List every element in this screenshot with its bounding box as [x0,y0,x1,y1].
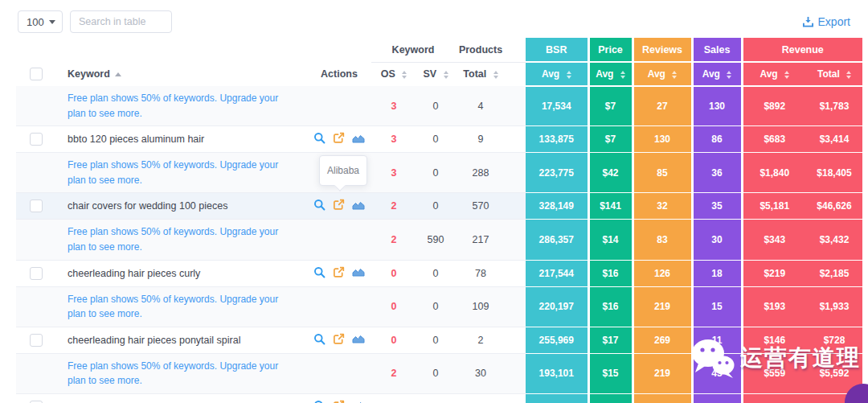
keyword-row: bbto 120 pieces aluminum hair 3 0 9 133,… [16,126,862,153]
upgrade-plan-link[interactable]: Free plan shows 50% of keywords. Upgrade… [68,86,307,125]
tooltip-alibaba: Alibaba [319,155,367,186]
sort-icon [493,71,498,79]
search-icon[interactable] [313,199,326,213]
sort-icon [727,71,731,79]
row-actions [307,126,371,153]
keyword-row: chair covers for wedding 100 pieces 2 0 … [16,193,862,220]
column-header-row: Keyword Actions OS SV Total Avg [16,62,862,86]
row-actions [307,193,371,220]
row-checkbox[interactable] [30,334,43,347]
row-actions [307,260,371,286]
sort-icon [444,71,448,79]
col-header-bsr-avg[interactable]: Avg [526,62,588,86]
col-header-price-avg[interactable]: Avg [588,62,633,86]
upgrade-plan-link[interactable]: Free plan shows 50% of keywords. Upgrade… [68,220,307,259]
group-sales: Sales [692,38,742,62]
upsell-row: Free plan shows 50% of keywords. Upgrade… [16,286,862,327]
search-icon[interactable] [313,400,326,403]
page-size-select[interactable]: 100 [18,10,63,33]
col-header-actions: Actions [307,62,371,86]
sort-icon [784,71,789,79]
col-header-revenue-avg[interactable]: Avg [742,62,806,86]
keyword-research-table-page: 100 Export Keyword Products BSR [0,0,868,403]
external-link-icon[interactable] [333,132,345,146]
row-checkbox[interactable] [30,199,43,212]
select-all-cell [16,62,56,86]
upgrade-plan-link[interactable]: Free plan shows 50% of keywords. Upgrade… [68,287,307,327]
external-link-icon[interactable] [333,400,345,403]
toolbar: 100 Export [18,10,850,33]
col-header-os[interactable]: OS [371,62,416,86]
tooltip-text: Alibaba [327,165,359,176]
keyword-row: cheerleading hair pieces ponytail spiral… [16,327,862,353]
search-input[interactable] [70,10,172,33]
group-header-row: Keyword Products BSR Price Reviews Sales… [16,38,862,62]
sort-icon [672,71,677,79]
select-all-checkbox[interactable] [30,68,43,80]
area-chart-icon[interactable] [352,133,365,146]
download-icon [802,16,814,27]
sort-icon [402,71,407,79]
keyword-text: chair covers for wedding 100 pieces [68,200,227,212]
external-link-icon[interactable] [333,333,345,347]
export-button[interactable]: Export [802,15,850,28]
col-header-reviews-avg[interactable]: Avg [633,62,692,86]
external-link-icon[interactable] [333,266,345,281]
page-size-value: 100 [27,16,44,28]
col-header-keyword[interactable]: Keyword [56,62,307,86]
upgrade-plan-link[interactable]: Free plan shows 50% of keywords. Upgrade… [68,354,307,393]
chevron-down-icon [49,20,55,24]
group-revenue: Revenue [742,38,862,62]
sort-asc-icon [115,72,121,76]
col-header-sales-avg[interactable]: Avg [692,62,742,86]
keyword-text: bbto 120 pieces aluminum hair [68,134,204,145]
row-actions [307,327,371,353]
row-checkbox[interactable] [30,267,43,280]
search-icon[interactable] [313,333,326,347]
group-price: Price [588,38,633,62]
col-header-total[interactable]: Total [455,62,526,86]
upsell-row: Free plan shows 50% of keywords. Upgrade… [16,353,862,393]
keyword-text: cheerleading hair pieces ponytail spiral [68,335,240,346]
upsell-row: Free plan shows 50% of keywords. Upgrade… [16,86,862,126]
group-reviews: Reviews [633,38,692,62]
group-keyword: Keyword [371,38,455,62]
group-bsr: BSR [526,38,588,62]
keywords-table: Keyword Products BSR Price Reviews Sales… [16,38,862,403]
sort-icon [567,71,571,79]
search-icon[interactable] [313,132,326,146]
area-chart-icon[interactable] [352,400,365,403]
col-header-sv[interactable]: SV [416,62,455,86]
upgrade-plan-link[interactable]: Free plan shows 50% of keywords. Upgrade… [68,153,307,192]
export-label: Export [818,15,850,28]
sort-icon [846,71,851,79]
group-products: Products [455,38,526,62]
col-header-revenue-total[interactable]: Total [806,62,862,86]
area-chart-icon[interactable] [352,266,365,280]
area-chart-icon[interactable] [352,199,365,213]
search-icon[interactable] [313,266,326,281]
external-link-icon[interactable] [333,199,345,213]
keyword-row: chignon hair pieces for women 2 10 780 6… [16,393,862,403]
keyword-row: cheerleading hair pieces curly 0 0 78 21… [16,260,862,286]
upsell-row: Free plan shows 50% of keywords. Upgrade… [16,153,862,193]
row-checkbox[interactable] [30,133,43,146]
row-actions [307,393,371,403]
sort-icon [620,71,625,79]
upsell-row: Free plan shows 50% of keywords. Upgrade… [16,220,862,260]
keyword-text: cheerleading hair pieces curly [68,268,200,279]
area-chart-icon[interactable] [352,333,365,347]
